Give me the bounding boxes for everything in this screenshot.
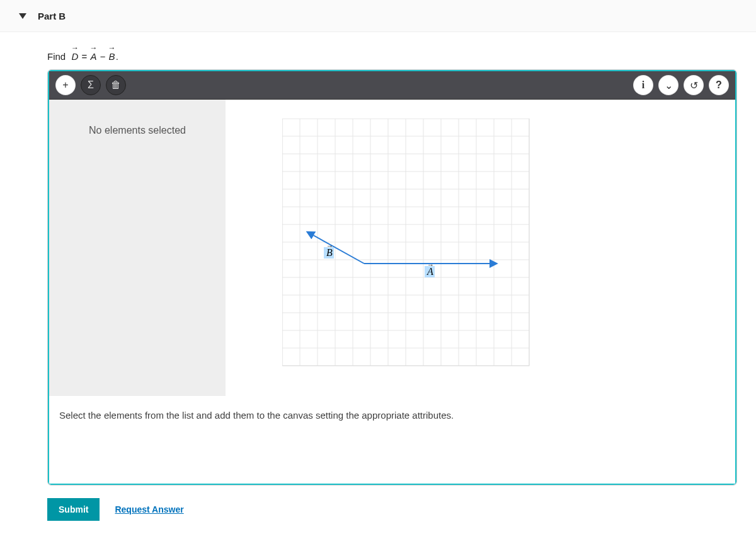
vector-A: A [89, 51, 97, 62]
sigma-icon: Σ [88, 79, 94, 91]
period: . [116, 51, 118, 62]
dropdown-button[interactable]: ⌄ [658, 75, 679, 95]
vector-B[interactable] [307, 232, 364, 264]
vectors-group[interactable]: →B→A [307, 232, 496, 277]
reset-button[interactable]: ↺ [684, 75, 704, 95]
element-palette[interactable]: No elements selected [49, 100, 226, 396]
trash-icon: 🗑 [111, 79, 121, 91]
minus: − [100, 51, 108, 62]
editor-toolbar: + Σ 🗑 i ⌄ ↺ ? [49, 71, 735, 100]
request-answer-link[interactable]: Request Answer [115, 504, 183, 514]
prompt-find: Find [47, 51, 66, 62]
part-header[interactable]: Part B [0, 0, 756, 32]
chevron-down-icon [19, 13, 26, 19]
sum-button[interactable]: Σ [81, 75, 101, 95]
vector-D: D [71, 51, 79, 62]
help-button[interactable]: ? [709, 75, 729, 95]
palette-empty-label: No elements selected [89, 125, 186, 136]
workspace: No elements selected →B→A [49, 100, 735, 396]
answer-panel: + Σ 🗑 i ⌄ ↺ ? No elements selected [47, 69, 737, 485]
part-title: Part B [38, 11, 66, 21]
vector-label-B: B [326, 247, 333, 258]
submit-button[interactable]: Submit [47, 498, 100, 521]
vector-B: B [108, 51, 116, 62]
vector-label-A: A [427, 266, 433, 277]
plus-icon: + [62, 79, 68, 91]
reset-icon: ↺ [690, 79, 698, 91]
grid [282, 119, 529, 366]
equals: = [82, 51, 90, 62]
delete-button[interactable]: 🗑 [106, 75, 126, 95]
info-icon: i [642, 79, 644, 91]
vector-canvas-svg[interactable]: →B→A [282, 119, 547, 383]
action-row: Submit Request Answer [0, 485, 756, 521]
chevron-down-icon: ⌄ [665, 79, 673, 91]
info-button[interactable]: i [633, 75, 653, 95]
help-icon: ? [716, 79, 722, 91]
instruction-text: Select the elements from the list and ad… [49, 396, 735, 484]
question-prompt: Find D = A − B. [0, 32, 756, 69]
drawing-canvas[interactable]: →B→A [226, 100, 735, 396]
add-element-button[interactable]: + [55, 75, 76, 95]
